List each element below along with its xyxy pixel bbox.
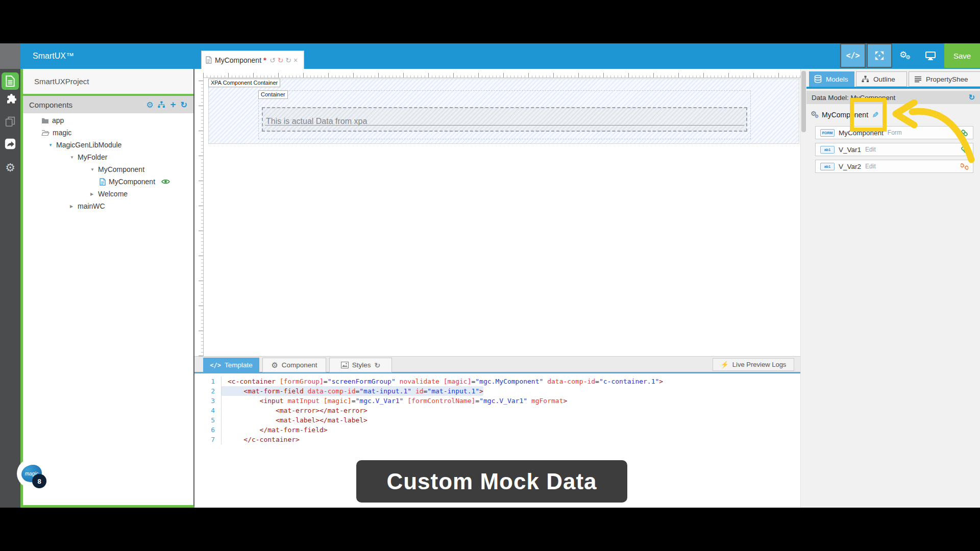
sidebar-item-components[interactable] — [0, 93, 20, 106]
tree-item-label: magic — [53, 129, 71, 137]
folder-open-icon — [41, 130, 50, 136]
tree-item-MyComponent[interactable]: MyComponent — [23, 176, 193, 188]
container[interactable]: Container This is actual Data from xpa — [258, 90, 751, 139]
screen: SmartUX™ </> ⚙⚙ — [0, 0, 980, 551]
sidebar-top-block — [0, 43, 20, 69]
close-icon[interactable]: × — [293, 57, 298, 64]
monitor-icon — [925, 51, 936, 61]
components-settings-icon[interactable]: ⚙ — [146, 100, 153, 110]
code-line-7[interactable]: 7 </c-container> — [194, 435, 800, 444]
field-action-label[interactable]: Edit — [865, 146, 876, 153]
undo-icon[interactable]: ↺ — [270, 57, 276, 64]
expand-arrows-icon — [874, 51, 885, 61]
document-icon — [6, 76, 15, 87]
components-header: Components ⚙ + ↻ — [23, 96, 193, 113]
pages-icon — [4, 115, 16, 128]
tree-item-mainWC[interactable]: ▶mainWC — [23, 200, 193, 212]
code-line-5[interactable]: 5 <mat-label></mat-label> — [194, 415, 800, 425]
code-line-3[interactable]: 3 <input matInput [magic]="mgc.V_Var1" [… — [194, 396, 800, 406]
components-title: Components — [29, 101, 141, 109]
document-tab-label: MyComponent — [215, 56, 261, 64]
field-name: V_Var1 — [839, 146, 861, 154]
tree-item-MagicGenLibModule[interactable]: ▼MagicGenLibModule — [23, 139, 193, 151]
line-number: 3 — [194, 396, 221, 406]
tab-styles[interactable]: Styles ↻ — [329, 358, 392, 372]
tree-item-Welcome[interactable]: ▶Welcome — [23, 188, 193, 200]
tree-expand-arrow-icon[interactable]: ▶ — [90, 192, 98, 196]
code-view-button[interactable]: </> — [840, 43, 866, 68]
live-preview-logs-button[interactable]: ⚡ Live Preview Logs — [713, 358, 794, 371]
field-type-badge: FORM — [820, 129, 835, 137]
horizontal-ruler — [203, 69, 800, 78]
sidebar-item-settings[interactable]: ⚙ — [0, 161, 20, 174]
tree-expand-arrow-icon[interactable]: ▶ — [70, 204, 78, 209]
tree-collapse-arrow-icon[interactable]: ▼ — [90, 167, 98, 172]
code-icon: </> — [210, 362, 221, 369]
tree-collapse-arrow-icon[interactable]: ▼ — [48, 143, 56, 147]
line-number: 7 — [194, 435, 221, 444]
expand-view-button[interactable] — [867, 43, 892, 68]
document-tab[interactable]: MyComponent * ↺ ↻ ↻ × — [201, 51, 304, 69]
tree-item-label: MyComponent — [109, 178, 155, 186]
input-field-text: This is actual Data from xpa — [266, 117, 367, 126]
preview-monitor-button[interactable] — [918, 43, 943, 68]
input-field[interactable]: This is actual Data from xpa — [262, 107, 747, 132]
tree-item-label: app — [52, 116, 64, 124]
field-name: V_Var2 — [839, 163, 861, 170]
project-name[interactable]: SmartUXProject — [23, 69, 193, 94]
image-icon — [341, 362, 349, 368]
tree-item-MyComponent[interactable]: ▼MyComponent — [23, 163, 193, 176]
xpa-component-container[interactable]: XPA Component Container Container This i… — [208, 79, 799, 144]
tree-item-MyFolder[interactable]: ▼MyFolder — [23, 151, 193, 163]
folder-icon — [41, 117, 49, 123]
add-component-icon[interactable]: + — [170, 99, 176, 110]
sidebar-item-copy[interactable] — [0, 115, 20, 128]
notification-badge[interactable]: 8 — [32, 474, 46, 488]
puzzle-icon — [4, 93, 16, 106]
tree-item-label: MyComponent — [98, 165, 144, 173]
bolt-icon: ⚡ — [721, 361, 729, 368]
top-bar: SmartUX™ </> ⚙⚙ — [0, 43, 980, 69]
refresh-components-icon[interactable]: ↻ — [181, 100, 187, 110]
code-icon: </> — [846, 51, 860, 60]
components-hierarchy-icon[interactable] — [158, 101, 165, 108]
tree-item-label: MyFolder — [78, 153, 107, 161]
app-window: SmartUX™ </> ⚙⚙ — [0, 43, 980, 508]
code-line-1[interactable]: 1<c-container [formGroup]="screenFormGro… — [194, 377, 800, 386]
sidebar-item-share[interactable] — [0, 138, 20, 150]
tree-item-magic[interactable]: magic — [23, 127, 193, 139]
code-line-2[interactable]: 2 <mat-form-field data-comp-id="mat-inpu… — [194, 386, 800, 396]
tree-item-label: MagicGenLibModule — [56, 141, 121, 149]
tree-item-label: Welcome — [98, 190, 128, 198]
sidebar-item-editor[interactable] — [2, 72, 19, 90]
tab-component[interactable]: ⚙ Component — [262, 358, 326, 372]
code-line-4[interactable]: 4 <mat-error></mat-error> — [194, 406, 800, 415]
gear-icon: ⚙ — [271, 361, 278, 370]
tree-collapse-arrow-icon[interactable]: ▼ — [70, 155, 78, 160]
refresh-styles-icon[interactable]: ↻ — [375, 361, 381, 369]
activity-sidebar: ⚙ — [0, 43, 20, 508]
line-number: 6 — [194, 425, 221, 435]
eye-icon[interactable] — [161, 179, 170, 185]
tree-item-app[interactable]: app — [23, 114, 193, 127]
tab-template[interactable]: </> Template — [203, 358, 259, 372]
code-tab-bar: </> Template ⚙ Component Styles ↻ — [194, 356, 800, 372]
container-label: Container — [258, 90, 288, 99]
caption: Custom Mock Data — [356, 460, 627, 503]
redo-icon[interactable]: ↻ — [278, 57, 284, 64]
code-line-6[interactable]: 6 </mat-form-field> — [194, 425, 800, 435]
refresh-icon[interactable]: ↻ — [285, 57, 291, 64]
settings-gears-button[interactable]: ⚙⚙ — [893, 43, 918, 68]
tree-item-label: mainWC — [78, 202, 105, 210]
annotation-arrow — [891, 99, 980, 171]
canvas-scrollbar[interactable] — [800, 69, 806, 508]
document-icon — [206, 56, 212, 64]
gear-icon: ⚙ — [5, 161, 15, 174]
scrollbar-thumb[interactable] — [801, 71, 806, 132]
line-number: 5 — [194, 415, 221, 425]
save-button[interactable]: Save — [944, 43, 980, 68]
field-action-label[interactable]: Edit — [865, 163, 876, 170]
code-editor[interactable]: 1<c-container [formGroup]="screenFormGro… — [194, 373, 800, 444]
gears-icon: ⚙⚙ — [899, 49, 912, 62]
components-tree: appmagic▼MagicGenLibModule▼MyFolder▼MyCo… — [23, 113, 193, 212]
